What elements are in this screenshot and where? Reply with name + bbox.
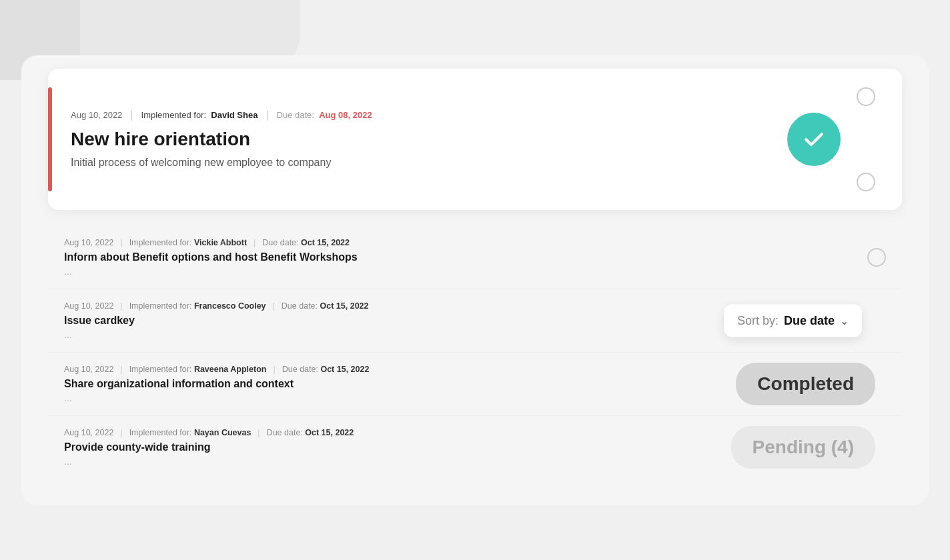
- implemented-label: Implemented for:: [141, 110, 207, 120]
- sep5: |: [120, 365, 122, 374]
- list-item-2: Aug 10, 2022 | Implemented for: Francesc…: [48, 289, 902, 353]
- main-container: Aug 10, 2022 | Implemented for: David Sh…: [21, 55, 929, 505]
- completed-badge[interactable]: Completed: [736, 363, 875, 405]
- list-item-3: Aug 10, 2022 | Implemented for: Raveena …: [48, 353, 902, 416]
- name4: Nayan Cuevas: [194, 428, 251, 437]
- list-item-1-implemented: Implemented for: Vickie Abbott: [129, 238, 247, 247]
- sort-dropdown[interactable]: Sort by: Due date ⌄: [724, 304, 862, 337]
- featured-card-border: [48, 87, 52, 191]
- radio-btn-group: [857, 87, 875, 191]
- list-item-2-due-label: Due date: Oct 15, 2022: [282, 301, 369, 311]
- name2: Francesco Cooley: [194, 301, 266, 311]
- list-item-3-date: Aug 10, 2022: [64, 365, 113, 374]
- list-item-4-implemented: Implemented for: Nayan Cuevas: [129, 428, 252, 437]
- sep4: |: [273, 301, 275, 311]
- name1: Vickie Abbott: [194, 238, 247, 247]
- list-item-1-due-date: Oct 15, 2022: [301, 238, 350, 247]
- list-item-4-due-label: Due date: Oct 15, 2022: [267, 428, 354, 437]
- radio-circle-bottom[interactable]: [857, 173, 875, 191]
- sep2: |: [254, 238, 256, 247]
- list-item-4-due-date: Oct 15, 2022: [305, 428, 354, 437]
- due-date-field: Due date: Aug 08, 2022: [277, 110, 372, 120]
- list-item-1-due-label: Due date: Oct 15, 2022: [262, 238, 350, 247]
- sort-value: Due date: [784, 313, 835, 327]
- implemented-name: David Shea: [211, 110, 258, 120]
- implemented-for: Implemented for: David Shea: [141, 110, 258, 120]
- radio-circle-top[interactable]: [857, 87, 875, 106]
- list-item-3-due-date: Oct 15, 2022: [320, 365, 369, 374]
- due-label: Due date:: [277, 110, 314, 120]
- list-item-3-due-label: Due date: Oct 15, 2022: [282, 365, 370, 374]
- list-item-1-radio[interactable]: [867, 248, 886, 267]
- list-item-3-implemented: Implemented for: Raveena Appleton: [129, 365, 267, 374]
- chevron-down-icon: ⌄: [840, 314, 849, 327]
- checkmark-icon: [801, 126, 827, 153]
- card-date: Aug 10, 2022: [71, 110, 122, 120]
- sep1: |: [120, 238, 122, 247]
- list-item-4-date: Aug 10, 2022: [64, 428, 113, 437]
- card-meta: Aug 10, 2022 | Implemented for: David Sh…: [71, 109, 766, 121]
- list-item-1-ellipsis: ...: [64, 266, 886, 277]
- sort-label: Sort by:: [737, 313, 779, 327]
- list-item-1-date: Aug 10, 2022: [64, 238, 113, 247]
- sep3: |: [120, 301, 122, 311]
- name3: Raveena Appleton: [194, 365, 267, 374]
- card-description: Initial process of welcoming new employe…: [71, 157, 766, 169]
- meta-sep-1: |: [130, 109, 133, 121]
- list-item-2-date: Aug 10, 2022: [64, 301, 113, 311]
- page-wrapper: Aug 10, 2022 | Implemented for: David Sh…: [0, 0, 950, 560]
- meta-sep-2: |: [266, 109, 268, 121]
- sep8: |: [258, 428, 260, 437]
- list-item-4: Aug 10, 2022 | Implemented for: Nayan Cu…: [48, 416, 902, 479]
- list-item-1-meta: Aug 10, 2022 | Implemented for: Vickie A…: [64, 238, 886, 247]
- pending-badge[interactable]: Pending (4): [731, 426, 875, 469]
- due-date-value: Aug 08, 2022: [319, 110, 372, 120]
- sep6: |: [273, 365, 275, 374]
- list-item: Aug 10, 2022 | Implemented for: Vickie A…: [48, 226, 902, 289]
- sep7: |: [120, 428, 122, 437]
- featured-card: Aug 10, 2022 | Implemented for: David Sh…: [48, 69, 902, 210]
- list-wrapper: Aug 10, 2022 | Implemented for: Vickie A…: [48, 226, 902, 479]
- list-item-1-title: Inform about Benefit options and host Be…: [64, 251, 886, 263]
- list-item-2-due-date: Oct 15, 2022: [320, 301, 369, 311]
- list-item-2-implemented: Implemented for: Francesco Cooley: [129, 301, 266, 311]
- card-title: New hire orientation: [71, 128, 766, 151]
- completion-check-circle: [787, 113, 841, 166]
- featured-card-content: Aug 10, 2022 | Implemented for: David Sh…: [71, 109, 766, 169]
